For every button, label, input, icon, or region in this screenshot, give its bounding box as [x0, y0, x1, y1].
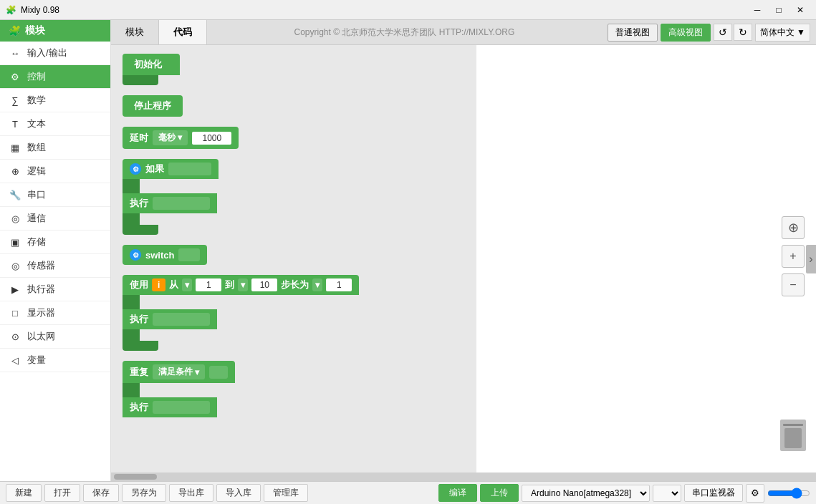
- if-label: 如果: [145, 163, 164, 175]
- delay-value-input[interactable]: [192, 132, 231, 145]
- minimize-button[interactable]: ─: [747, 3, 767, 17]
- sensor-icon: ◎: [9, 259, 21, 272]
- display-icon: □: [9, 306, 21, 319]
- sidebar-header: 🧩 模块: [0, 20, 110, 42]
- for-label3: 到: [225, 278, 234, 291]
- tab-actions: 普通视图 高级视图 ↺ ↻ 简体中文 ▼: [602, 24, 816, 42]
- app-title: Mixly 0.98: [21, 5, 59, 15]
- sidebar-item-variable[interactable]: ◁ 变量: [0, 349, 110, 372]
- scrollbar-thumb[interactable]: [114, 474, 157, 480]
- maximize-button[interactable]: □: [769, 3, 789, 17]
- sidebar: 🧩 模块 ↔ 输入/输出 ⚙ 控制 ∑ 数学 T 文本 ▦ 数组 ⊕ 逻辑 🔧: [0, 20, 111, 481]
- switch-block[interactable]: ⚙ switch: [123, 245, 207, 265]
- repeat-cond-slot: [209, 366, 228, 379]
- sidebar-item-control[interactable]: ⚙ 控制: [0, 65, 110, 89]
- sidebar-label-serial: 串口: [27, 188, 46, 201]
- window-controls[interactable]: ─ □ ✕: [747, 3, 810, 17]
- serial-monitor-button[interactable]: 串口监视器: [684, 484, 743, 502]
- new-button[interactable]: 新建: [6, 484, 42, 502]
- sidebar-label-text: 文本: [27, 117, 46, 130]
- sidebar-item-text[interactable]: T 文本: [0, 112, 110, 136]
- sidebar-label-logic: 逻辑: [27, 165, 46, 178]
- crosshair-button[interactable]: ⊕: [782, 216, 805, 239]
- open-button[interactable]: 打开: [44, 484, 80, 502]
- sidebar-label-array: 数组: [27, 141, 46, 154]
- sidebar-item-storage[interactable]: ▣ 存储: [0, 231, 110, 254]
- switch-gear-icon[interactable]: ⚙: [130, 249, 141, 261]
- repeat-block[interactable]: 重复 满足条件▾ 执行: [123, 361, 465, 417]
- delay-unit-dropdown[interactable]: 毫秒 ▾: [153, 130, 188, 145]
- sidebar-item-math[interactable]: ∑ 数学: [0, 89, 110, 112]
- sidebar-item-serial[interactable]: 🔧 串口: [0, 183, 110, 207]
- undo-button[interactable]: ↺: [714, 24, 732, 41]
- block-group-for: 使用 i 从 ▾ 到 ▾ 步长为 ▾: [123, 275, 465, 351]
- array-icon: ▦: [9, 141, 21, 154]
- sidebar-label-variable: 变量: [27, 354, 46, 367]
- init-block[interactable]: 初始化: [123, 54, 180, 85]
- port-selector[interactable]: [653, 485, 681, 502]
- sidebar-label-storage: 存储: [27, 236, 46, 248]
- for-block[interactable]: 使用 i 从 ▾ 到 ▾ 步长为 ▾: [123, 275, 465, 351]
- trash-area: [780, 420, 806, 451]
- zoom-out-button[interactable]: −: [782, 273, 805, 296]
- sidebar-item-array[interactable]: ▦ 数组: [0, 136, 110, 160]
- settings-button[interactable]: ⚙: [746, 484, 764, 503]
- trash-icon: [780, 420, 806, 451]
- control-icon: ⚙: [9, 70, 21, 83]
- side-arrow[interactable]: ›: [806, 245, 816, 273]
- io-icon: ↔: [9, 47, 21, 59]
- sidebar-item-io[interactable]: ↔ 输入/输出: [0, 42, 110, 65]
- saveas-button[interactable]: 另存为: [122, 484, 166, 502]
- redo-button[interactable]: ↻: [734, 24, 752, 41]
- for-label1: 使用: [130, 278, 148, 291]
- compile-button[interactable]: 编译: [438, 484, 477, 502]
- export-button[interactable]: 导出库: [169, 484, 213, 502]
- bottom-toolbar: 新建 打开 保存 另存为 导出库 导入库 管理库 编译 上传 Arduino N…: [0, 481, 816, 504]
- stop-label: 停止程序: [134, 100, 171, 111]
- tab-blocks[interactable]: 模块: [111, 20, 159, 44]
- sidebar-item-ethernet[interactable]: ⊙ 以太网: [0, 325, 110, 349]
- normal-view-button[interactable]: 普通视图: [608, 24, 658, 42]
- sidebar-item-display[interactable]: □ 显示器: [0, 301, 110, 325]
- upload-button[interactable]: 上传: [480, 484, 519, 502]
- block-group-if: ⚙ 如果 执行: [123, 159, 465, 235]
- for-to-input[interactable]: [251, 278, 277, 291]
- sidebar-label-actuator: 执行器: [27, 283, 55, 296]
- zoom-in-button[interactable]: +: [782, 245, 805, 268]
- for-step-input[interactable]: [326, 278, 352, 291]
- for-to-dropdown[interactable]: ▾: [238, 278, 248, 291]
- sidebar-item-logic[interactable]: ⊕ 逻辑: [0, 160, 110, 183]
- manage-button[interactable]: 管理库: [264, 484, 308, 502]
- for-from-dropdown[interactable]: ▾: [182, 278, 192, 291]
- close-button[interactable]: ✕: [790, 3, 810, 17]
- if-block[interactable]: ⚙ 如果 执行: [123, 159, 465, 235]
- text-icon: T: [9, 117, 21, 130]
- execute-label: 执行: [130, 197, 148, 210]
- horizontal-scrollbar[interactable]: [111, 472, 816, 481]
- delay-label: 延时: [130, 132, 148, 145]
- delay-block[interactable]: 延时 毫秒 ▾: [123, 127, 239, 149]
- tab-code[interactable]: 代码: [159, 20, 207, 44]
- language-selector[interactable]: 简体中文 ▼: [755, 24, 810, 42]
- comm-icon: ◎: [9, 212, 21, 225]
- speed-slider[interactable]: [767, 488, 810, 499]
- for-step-dropdown[interactable]: ▾: [312, 278, 322, 291]
- sidebar-item-actuator[interactable]: ▶ 执行器: [0, 278, 110, 301]
- sidebar-label-control: 控制: [27, 70, 46, 83]
- for-from-input[interactable]: [196, 278, 221, 291]
- save-button[interactable]: 保存: [83, 484, 119, 502]
- repeat-condition-dropdown[interactable]: 满足条件▾: [153, 364, 205, 379]
- if-gear-icon[interactable]: ⚙: [130, 163, 141, 175]
- app-icon: 🧩: [6, 5, 16, 15]
- block-group-init: 初始化: [123, 54, 465, 85]
- storage-icon: ▣: [9, 236, 21, 248]
- sidebar-item-comm[interactable]: ◎ 通信: [0, 207, 110, 231]
- advanced-view-button[interactable]: 高级视图: [661, 24, 711, 42]
- import-button[interactable]: 导入库: [216, 484, 261, 502]
- sidebar-item-sensor[interactable]: ◎ 传感器: [0, 254, 110, 278]
- board-selector[interactable]: Arduino Nano[atmega328]: [522, 485, 650, 502]
- stop-block[interactable]: 停止程序: [123, 95, 183, 117]
- undo-redo: ↺ ↻: [714, 24, 752, 41]
- for-label2: 从: [169, 278, 178, 291]
- init-label: 初始化: [134, 59, 162, 69]
